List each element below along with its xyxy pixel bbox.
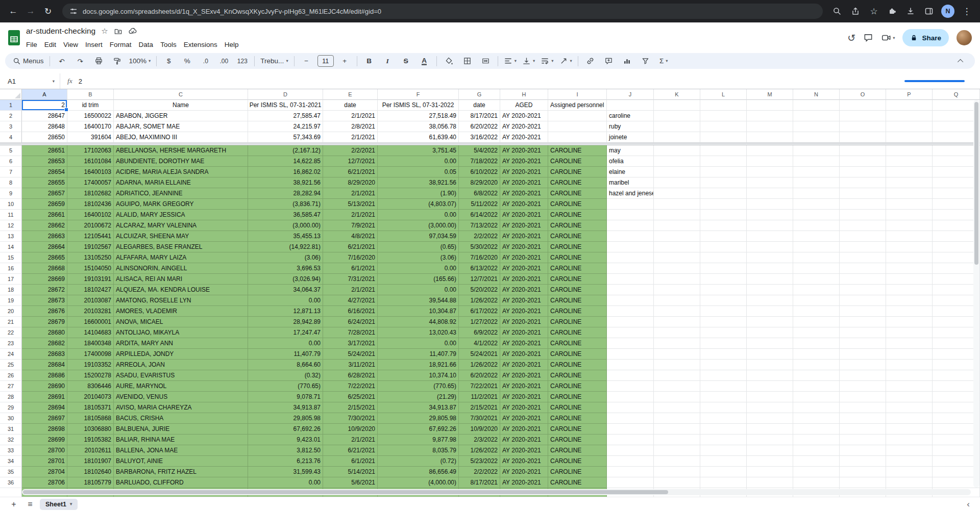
cell-p16[interactable] bbox=[886, 263, 933, 274]
cell-c22[interactable]: ANTOLIJAO, MIKAYLA bbox=[114, 327, 248, 338]
cell-l8[interactable] bbox=[700, 177, 747, 188]
cell-l11[interactable] bbox=[700, 210, 747, 220]
row-header-4[interactable]: 4 bbox=[0, 132, 22, 143]
cell-a25[interactable]: 28684 bbox=[22, 360, 67, 370]
cell-d19[interactable]: 0.00 bbox=[248, 295, 323, 306]
cell-i9[interactable]: CAROLINE bbox=[548, 188, 607, 199]
cell-p15[interactable] bbox=[886, 252, 933, 263]
cell-f9[interactable]: (1.90) bbox=[378, 188, 459, 199]
cell-g6[interactable]: 7/18/2022 bbox=[459, 156, 500, 167]
cell-o29[interactable] bbox=[840, 402, 886, 413]
cell-k23[interactable] bbox=[654, 338, 700, 349]
cell-i35[interactable]: CAROLINE bbox=[548, 467, 607, 477]
column-header-q[interactable]: Q bbox=[933, 89, 980, 100]
cell-l29[interactable] bbox=[700, 402, 747, 413]
cell-j18[interactable] bbox=[607, 285, 654, 295]
cell-j5[interactable]: may bbox=[607, 145, 654, 156]
cell-l32[interactable] bbox=[700, 435, 747, 445]
cell-d16[interactable]: 3,696.53 bbox=[248, 263, 323, 274]
cell-i2[interactable] bbox=[548, 111, 607, 121]
merge-cells-button[interactable] bbox=[477, 55, 495, 67]
cell-k6[interactable] bbox=[654, 156, 700, 167]
cell-j35[interactable] bbox=[607, 467, 654, 477]
vertical-scrollbar[interactable] bbox=[973, 100, 979, 488]
cell-m32[interactable] bbox=[747, 435, 793, 445]
cell-o32[interactable] bbox=[840, 435, 886, 445]
cell-o14[interactable] bbox=[840, 242, 886, 252]
row-header-24[interactable]: 24 bbox=[0, 349, 22, 360]
cell-a1[interactable]: 2 bbox=[22, 100, 67, 111]
cell-b31[interactable]: 10306880 bbox=[67, 424, 114, 435]
cell-e29[interactable]: 2/15/2021 bbox=[323, 402, 378, 413]
cell-n10[interactable] bbox=[793, 199, 840, 210]
cell-d26[interactable]: (0.32) bbox=[248, 370, 323, 381]
row-header-8[interactable]: 8 bbox=[0, 177, 22, 188]
cell-m22[interactable] bbox=[747, 327, 793, 338]
column-header-n[interactable]: N bbox=[793, 89, 840, 100]
text-color-button[interactable]: A bbox=[415, 55, 433, 67]
column-header-o[interactable]: O bbox=[840, 89, 886, 100]
cell-l1[interactable] bbox=[700, 100, 747, 111]
cell-m11[interactable] bbox=[747, 210, 793, 220]
cell-o28[interactable] bbox=[840, 392, 886, 402]
cell-o1[interactable] bbox=[840, 100, 886, 111]
cell-p11[interactable] bbox=[886, 210, 933, 220]
cell-n36[interactable] bbox=[793, 477, 840, 488]
cell-p1[interactable] bbox=[886, 100, 933, 111]
cell-j11[interactable] bbox=[607, 210, 654, 220]
cell-d27[interactable]: (770.65) bbox=[248, 381, 323, 392]
cell-e21[interactable]: 6/24/2021 bbox=[323, 317, 378, 327]
cell-c19[interactable]: AMATONG, ROSELLE LYN bbox=[114, 295, 248, 306]
cell-g19[interactable]: 1/26/2022 bbox=[459, 295, 500, 306]
cell-g27[interactable]: 7/22/2021 bbox=[459, 381, 500, 392]
cell-f31[interactable]: 67,692.26 bbox=[378, 424, 459, 435]
cell-l22[interactable] bbox=[700, 327, 747, 338]
cell-o3[interactable] bbox=[840, 121, 886, 132]
cell-a4[interactable]: 28650 bbox=[22, 132, 67, 143]
cell-f19[interactable]: 39,544.88 bbox=[378, 295, 459, 306]
cell-m31[interactable] bbox=[747, 424, 793, 435]
cell-p28[interactable] bbox=[886, 392, 933, 402]
cell-c18[interactable]: ALQUEZA, MA. KENDRA LOUISE bbox=[114, 285, 248, 295]
cell-k19[interactable] bbox=[654, 295, 700, 306]
cell-k29[interactable] bbox=[654, 402, 700, 413]
cell-p17[interactable] bbox=[886, 274, 933, 285]
horizontal-scrollbar-thumb[interactable] bbox=[23, 490, 668, 494]
cell-o9[interactable] bbox=[840, 188, 886, 199]
row-header-2[interactable]: 2 bbox=[0, 111, 22, 121]
cell-f25[interactable]: 18,921.66 bbox=[378, 360, 459, 370]
cell-b5[interactable]: 17102063 bbox=[67, 145, 114, 156]
cell-e30[interactable]: 7/30/2021 bbox=[323, 413, 378, 424]
cell-j29[interactable] bbox=[607, 402, 654, 413]
cell-c1[interactable]: Name bbox=[114, 100, 248, 111]
fill-color-button[interactable] bbox=[440, 55, 458, 67]
cell-b11[interactable]: 16400102 bbox=[67, 210, 114, 220]
column-header-j[interactable]: J bbox=[607, 89, 654, 100]
cell-d23[interactable]: 0.00 bbox=[248, 338, 323, 349]
cell-h2[interactable]: AY 2020-2021 bbox=[500, 111, 548, 121]
cell-n22[interactable] bbox=[793, 327, 840, 338]
cell-f22[interactable]: 13,020.43 bbox=[378, 327, 459, 338]
cell-f21[interactable]: 44,808.92 bbox=[378, 317, 459, 327]
italic-button[interactable]: I bbox=[379, 55, 397, 67]
cell-e12[interactable]: 7/9/2021 bbox=[323, 220, 378, 231]
cell-c6[interactable]: ABUNDIENTE, DOROTHY MAE bbox=[114, 156, 248, 167]
cell-j9[interactable]: hazel and jenesel bbox=[607, 188, 654, 199]
sheets-logo-icon[interactable] bbox=[8, 30, 20, 45]
cell-f12[interactable]: (3,000.00) bbox=[378, 220, 459, 231]
cell-l35[interactable] bbox=[700, 467, 747, 477]
row-header-18[interactable]: 18 bbox=[0, 285, 22, 295]
percent-format-button[interactable]: % bbox=[178, 55, 196, 67]
vertical-align-button[interactable]: ▾ bbox=[520, 55, 537, 67]
cell-j14[interactable] bbox=[607, 242, 654, 252]
cell-m7[interactable] bbox=[747, 167, 793, 177]
cell-o34[interactable] bbox=[840, 456, 886, 467]
cell-o31[interactable] bbox=[840, 424, 886, 435]
cell-g25[interactable]: 1/26/2022 bbox=[459, 360, 500, 370]
cell-n26[interactable] bbox=[793, 370, 840, 381]
cell-g24[interactable]: 5/24/2021 bbox=[459, 349, 500, 360]
cell-o35[interactable] bbox=[840, 467, 886, 477]
cell-h8[interactable]: AY 2020-2021 bbox=[500, 177, 548, 188]
cell-b25[interactable]: 19103352 bbox=[67, 360, 114, 370]
cell-p36[interactable] bbox=[886, 477, 933, 488]
